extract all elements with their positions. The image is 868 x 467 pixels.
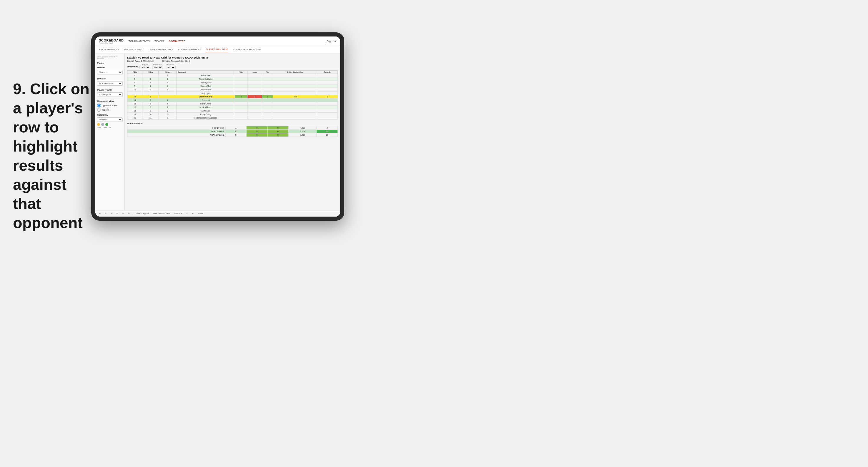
refresh-button[interactable]: ↺	[127, 212, 131, 215]
tablet-frame: SCOREBOARD Powered by clippi TOURNAMENTS…	[91, 32, 344, 221]
col-header-tie: Tie	[262, 71, 273, 74]
sidebar-division-label: Division	[97, 77, 123, 80]
region-select[interactable]: (All)	[140, 66, 150, 69]
undo-button[interactable]: ↩	[98, 212, 102, 215]
out-div-row[interactable]: Foreign Team 1 0 0 4.500 2	[127, 126, 338, 130]
out-div-row[interactable]: NCAA Division 2 5 0 0 7.400 10	[127, 133, 338, 137]
annotation-text: 9. Click on a player's row to highlight …	[13, 80, 92, 232]
bottom-toolbar: ↩ ↻ ↪ ⧉ ✎ ↺ View: Original Save Custom V…	[95, 210, 340, 217]
table-row[interactable]: 522Alexis Sudjianto	[127, 77, 338, 81]
table-row[interactable]: 1691Jessica Mason	[127, 106, 338, 109]
share-button[interactable]: Share	[196, 212, 205, 215]
last-updated: Last Updated: 27/03/2024 16:55:38	[97, 56, 123, 59]
save-custom-view-button[interactable]: Save Custom View	[152, 212, 171, 215]
table-row[interactable]: 1585Stella Cheng	[127, 102, 338, 106]
col-header-conf: # Conf	[159, 71, 177, 74]
table-row[interactable]: 1063Andrea York	[127, 88, 338, 92]
colour-indicators	[97, 123, 123, 126]
opponent-select[interactable]: (All)	[165, 66, 176, 69]
sub-nav-team-h2h-grid[interactable]: TEAM H2H GRID	[124, 47, 144, 52]
view-original-button[interactable]: View: Original	[135, 212, 150, 215]
sidebar-player-label: Player	[97, 62, 123, 64]
table-row[interactable]: 1822Euna Lee	[127, 109, 338, 113]
division-record: Division Record: 331 - 34 - 6	[162, 60, 190, 62]
sub-nav-team-h2h-heatmap[interactable]: TEAM H2H HEATMAP	[148, 47, 173, 52]
out-div-row[interactable]: NAIA Division 1 15 0 0 9.267 30	[127, 130, 338, 133]
table-row[interactable]: Haeji Hyun	[127, 92, 338, 95]
division-dropdown[interactable]: NCAA Division III	[97, 81, 123, 86]
opponent-view-radio-group: Opponents Played Top 100	[97, 103, 123, 112]
watch-button[interactable]: Watch ▾	[173, 212, 183, 215]
h2h-grid-table: # Div # Reg # Conf Opponent Win Loss Tie…	[127, 70, 338, 120]
colour-labels: Down Level Up	[97, 127, 123, 128]
sign-out-button[interactable]: | Sign out	[326, 40, 337, 43]
nav-teams[interactable]: TEAMS	[154, 38, 164, 44]
sub-nav-player-h2h-heatmap[interactable]: PLAYER H2H HEATMAP	[233, 47, 261, 52]
sidebar-gender-label: Gender	[97, 66, 123, 69]
col-header-win: Win	[235, 71, 247, 74]
records-row: Overall Record: 353 - 34 - 6 Division Re…	[127, 60, 338, 62]
copy-button[interactable]: ⧉	[115, 212, 119, 215]
table-row[interactable]: 914Sharon Mun	[127, 85, 338, 88]
conference-filter-group: Conference (All)	[152, 64, 163, 69]
sidebar: Last Updated: 27/03/2024 16:55:38 Player…	[95, 54, 125, 210]
gender-dropdown[interactable]: Women's	[97, 70, 123, 74]
sub-nav-team-summary[interactable]: TEAM SUMMARY	[99, 47, 119, 52]
sub-nav-player-summary[interactable]: PLAYER SUMMARY	[178, 47, 201, 52]
filters-bar: Opponents: Region (All) Conference (All)	[127, 64, 338, 69]
colour-dot-level	[101, 123, 104, 126]
table-row[interactable]: 31Esther Lee	[127, 74, 338, 77]
logo-sub: Powered by clippi	[99, 42, 124, 44]
player-rank-dropdown[interactable]: 8. Katelyn Vo	[97, 92, 123, 97]
content-area: Katelyn Vo Head-to-Head Grid for Women's…	[125, 54, 340, 210]
sub-nav: TEAM SUMMARY TEAM H2H GRID TEAM H2H HEAT…	[95, 46, 340, 54]
edit-button[interactable]: ✎	[121, 212, 125, 215]
col-header-opponent: Opponent	[177, 71, 235, 74]
col-header-reg: # Reg	[142, 71, 159, 74]
nav-items: TOURNAMENTS TEAMS COMMITTEE	[128, 38, 326, 44]
col-header-div: # Div	[127, 71, 143, 74]
table-row[interactable]: 1474Eunice Yi	[127, 99, 338, 102]
main-content: Last Updated: 27/03/2024 16:55:38 Player…	[95, 54, 340, 210]
redo-button[interactable]: ↻	[103, 212, 108, 215]
radio-opponents-played[interactable]: Opponents Played	[97, 103, 123, 107]
table-row[interactable]: 20117Federica Domecq Lacroze	[127, 116, 338, 120]
table-row[interactable]: 613Sydney Kuo	[127, 81, 338, 85]
region-filter-group: Region (All)	[140, 64, 150, 69]
logo-area: SCOREBOARD Powered by clippi	[99, 38, 124, 44]
sidebar-opponent-view-label: Opponent view	[97, 100, 123, 102]
col-header-rounds: Rounds	[317, 71, 338, 74]
col-header-diff: Diff Av Strokes/Rnd	[273, 71, 317, 74]
sub-nav-player-h2h-grid[interactable]: PLAYER H2H GRID	[206, 47, 228, 52]
sidebar-player-rank-label: Player (Rank)	[97, 89, 123, 91]
nav-tournaments[interactable]: TOURNAMENTS	[128, 38, 150, 44]
nav-bar: SCOREBOARD Powered by clippi TOURNAMENTS…	[95, 36, 340, 46]
table-row[interactable]: 19106Emily Chang	[127, 113, 338, 116]
colour-by-dropdown[interactable]: Win/loss	[97, 117, 123, 122]
overall-record: Overall Record: 353 - 34 - 6	[127, 60, 154, 62]
table-row-highlighted[interactable]: 131Jessica Huang 0 1 0 -3.00 2	[127, 95, 338, 99]
resize-button[interactable]: ⤢	[185, 212, 189, 215]
tablet-screen: SCOREBOARD Powered by clippi TOURNAMENTS…	[95, 36, 340, 217]
logo-text: SCOREBOARD	[99, 38, 124, 42]
radio-top100[interactable]: Top 100	[97, 108, 123, 112]
forward-button[interactable]: ↪	[110, 212, 114, 215]
opponents-filter-label: Opponents:	[127, 66, 138, 68]
opponent-filter-group: Opponent (All)	[165, 64, 176, 69]
col-header-loss: Loss	[247, 71, 262, 74]
colour-dot-up	[105, 123, 108, 126]
out-of-division-label: Out of division	[127, 122, 338, 125]
toolbar-separator	[133, 212, 133, 215]
page-title: Katelyn Vo Head-to-Head Grid for Women's…	[127, 56, 338, 59]
sidebar-colour-label: Colour by	[97, 114, 123, 116]
grid-button[interactable]: ⊞	[191, 212, 195, 215]
colour-dot-down	[97, 123, 100, 126]
out-of-division-table: Foreign Team 1 0 0 4.500 2 NAIA Division…	[127, 126, 338, 137]
conference-select[interactable]: (All)	[152, 66, 163, 69]
nav-committee[interactable]: COMMITTEE	[169, 38, 186, 44]
